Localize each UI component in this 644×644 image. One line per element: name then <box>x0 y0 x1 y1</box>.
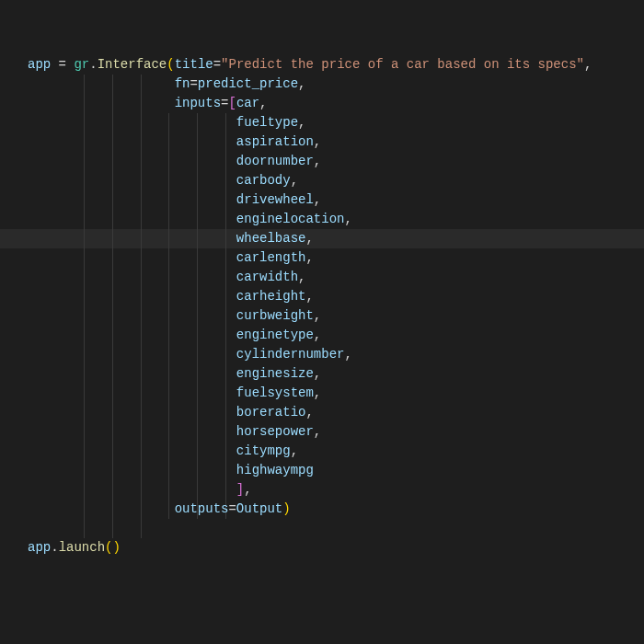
code-line[interactable]: ], <box>28 480 644 500</box>
code-content: app = gr.Interface(title="Predict the pr… <box>28 55 644 558</box>
code-line[interactable]: app.launch() <box>28 538 644 558</box>
code-line[interactable]: enginelocation, <box>28 210 644 229</box>
code-line[interactable]: horsepower, <box>28 422 644 442</box>
code-line[interactable]: carlength, <box>28 248 644 268</box>
code-line[interactable]: app = gr.Interface(title="Predict the pr… <box>28 55 644 75</box>
code-line[interactable]: fueltype, <box>28 113 644 132</box>
code-editor[interactable]: app = gr.Interface(title="Predict the pr… <box>0 0 644 558</box>
code-line[interactable]: drivewheel, <box>28 190 644 210</box>
code-line[interactable]: enginesize, <box>28 364 644 384</box>
code-line[interactable]: curbweight, <box>28 306 644 326</box>
code-line[interactable]: boreratio, <box>28 403 644 422</box>
code-line[interactable]: cylindernumber, <box>28 345 644 364</box>
code-line[interactable]: carwidth, <box>28 268 644 287</box>
code-line[interactable]: carbody, <box>28 171 644 190</box>
code-line[interactable]: fuelsystem, <box>28 384 644 403</box>
code-line[interactable]: inputs=[car, <box>28 94 644 113</box>
code-line[interactable]: enginetype, <box>28 326 644 345</box>
code-line[interactable]: wheelbase, <box>28 229 644 248</box>
code-line[interactable]: aspiration, <box>28 132 644 152</box>
code-line[interactable]: carheight, <box>28 287 644 306</box>
code-line[interactable]: doornumber, <box>28 152 644 171</box>
code-line[interactable]: highwaympg <box>28 461 644 480</box>
code-line[interactable]: citympg, <box>28 442 644 461</box>
code-line[interactable] <box>28 519 644 538</box>
code-line[interactable]: fn=predict_price, <box>28 75 644 94</box>
code-line[interactable]: outputs=Output) <box>28 500 644 519</box>
